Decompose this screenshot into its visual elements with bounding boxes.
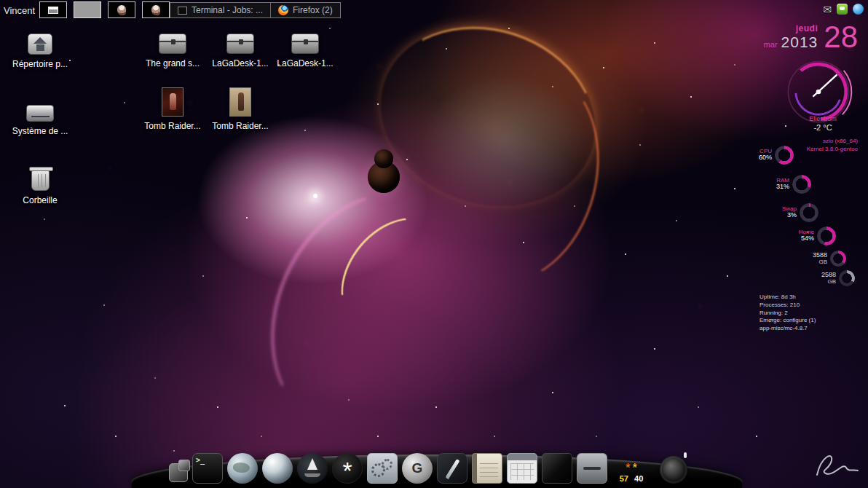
stat-line: Running: 2 (760, 310, 816, 318)
dock-weather-applet[interactable]: * * 57 40 (612, 449, 651, 484)
conky-weekday-month: jeudi mar 2013 (764, 23, 818, 51)
stat-line: Uptime: 8d 3h (760, 294, 816, 302)
trash-icon (31, 170, 50, 191)
dock-item-gimp[interactable]: G (402, 453, 433, 484)
meter-value: 31% (776, 184, 789, 191)
disk-meter-1: 3588 GB (813, 251, 846, 267)
icon-label: Répertoire p... (12, 59, 68, 69)
dock-item-terminal[interactable]: >_ (192, 453, 223, 484)
dock-item-screen-app[interactable] (542, 453, 572, 484)
disk-ring-gauge-1 (830, 251, 846, 267)
archive-chest-icon (159, 34, 186, 54)
taskbar-item-firefox[interactable]: Firefox (2) (270, 3, 340, 17)
desktop-icon-archive-1[interactable]: The grand s... (139, 34, 206, 68)
user-label: Vincent (4, 5, 35, 16)
desktop-icon-trash[interactable]: Corbeille (7, 166, 74, 205)
home-meter: Home 54% (799, 227, 836, 245)
artist-signature (814, 449, 861, 481)
ram-meter: RAM 31% (776, 175, 811, 194)
dock-item-notes-app[interactable] (472, 453, 502, 484)
bright-star (313, 194, 317, 198)
home-ring-gauge (817, 227, 836, 245)
desktop-icon-image-1[interactable]: Tomb Raider... (139, 87, 206, 131)
day-number: 28 (824, 23, 858, 51)
dock-item-graphics-editor[interactable] (437, 453, 467, 484)
planet (368, 161, 400, 193)
terminal-task-icon (178, 7, 187, 15)
dock-item-drawer[interactable] (577, 453, 607, 484)
home-folder-icon (28, 34, 52, 55)
desktop-icon-archive-3[interactable]: LaGaDesk-1... (272, 34, 339, 68)
planet-moonlet (374, 149, 393, 168)
app-thumbnail-icon (151, 5, 160, 15)
meter-value: 60% (759, 154, 772, 162)
dock-item-chromium-sphere[interactable] (262, 453, 293, 484)
icon-label: Tomb Raider... (212, 121, 268, 131)
app-thumbnail-icon (117, 5, 126, 15)
terminal-prompt-glyph: >_ (196, 456, 205, 464)
icon-label: The grand s... (146, 58, 200, 68)
media-star-glyph: * (333, 455, 362, 486)
dock-item-system-settings[interactable] (367, 453, 398, 484)
minimized-app-button-2[interactable] (142, 1, 170, 18)
swap-ring-gauge (800, 203, 818, 222)
dock-item-file-manager[interactable] (297, 453, 328, 484)
desktop-icon-filesystem[interactable]: Système de ... (7, 101, 74, 136)
dock-item-web-browser[interactable] (227, 453, 258, 484)
meter-value: 54% (799, 235, 814, 243)
messenger-icon[interactable] (837, 4, 848, 15)
system-line: szio (x86_64) (807, 138, 858, 146)
gimp-glyph: G (402, 453, 433, 484)
cpu-meter: CPU 60% (759, 146, 794, 165)
conky-date: jeudi mar 2013 28 (764, 23, 858, 51)
disk-ring-gauge-2 (839, 270, 855, 286)
month-label: mar (764, 40, 778, 49)
weather-temperature: -2 °C (797, 123, 849, 133)
stat-line: Emerge: configure (1) (760, 317, 816, 325)
disk-value: 2588 (821, 271, 836, 278)
icon-label: LaGaDesk-1... (212, 58, 268, 68)
desktop: { "topbar": { "user_label": "Vincent", "… (0, 0, 868, 488)
desktop-icon-home[interactable]: Répertoire p... (7, 34, 74, 69)
archive-chest-icon (226, 34, 254, 54)
conky-system-info: szio (x86_64) Kernel 3.8.0-gentoo (807, 138, 858, 154)
year-label: 2013 (781, 34, 818, 51)
starfield-layer-2 (0, 0, 1, 1)
window-icon (48, 7, 58, 14)
dock-item-media-player[interactable]: * (332, 453, 363, 484)
minimized-app-button-1[interactable] (108, 1, 135, 18)
cpu-ring-gauge (775, 146, 794, 165)
swap-meter: Swap 3% (782, 203, 818, 222)
task-label: Firefox (2) (293, 5, 333, 15)
pager-buttons (39, 1, 170, 18)
disk-unit: GB (821, 279, 836, 285)
weather-glyph-low: * (633, 463, 638, 473)
image-thumbnail-icon (229, 87, 251, 117)
taskbar-item-terminal[interactable]: Terminal - Jobs: ... (170, 3, 270, 17)
stat-line: app-misc/mc-4.8.7 (760, 325, 816, 333)
dock-item-mini-launcher[interactable] (169, 463, 188, 482)
filesystem-drive-icon (26, 105, 54, 122)
icon-label: Tomb Raider... (144, 121, 200, 131)
meter-value: 3% (782, 212, 797, 219)
dock-item-calendar-app[interactable] (507, 453, 537, 484)
clock-hand (813, 74, 837, 96)
system-tray: ✉ (823, 4, 864, 15)
system-line: Kernel 3.8.0-gentoo (807, 146, 858, 154)
stat-line: Processes: 210 (760, 302, 816, 310)
mail-icon[interactable]: ✉ (823, 4, 832, 15)
network-icon[interactable] (853, 4, 864, 15)
weather-station-label: Elienbom (797, 115, 849, 123)
pager-active-desk-button[interactable] (74, 1, 101, 18)
desktop-icon-archive-2[interactable]: LaGaDesk-1... (207, 34, 274, 68)
desktop-icon-image-2[interactable]: Tomb Raider... (207, 87, 274, 131)
pager-window-button[interactable] (39, 1, 67, 18)
conky-weather: Elienbom -2 °C (797, 115, 849, 133)
icon-label: Système de ... (12, 126, 68, 136)
dock: >_ * G * * 57 40 (169, 449, 687, 484)
dock-volume-speaker[interactable] (660, 456, 687, 484)
disk-value: 3588 (813, 251, 827, 259)
image-thumbnail-icon (162, 87, 184, 117)
task-label: Terminal - Jobs: ... (192, 5, 263, 15)
weather-high-temp: 57 (620, 474, 628, 483)
